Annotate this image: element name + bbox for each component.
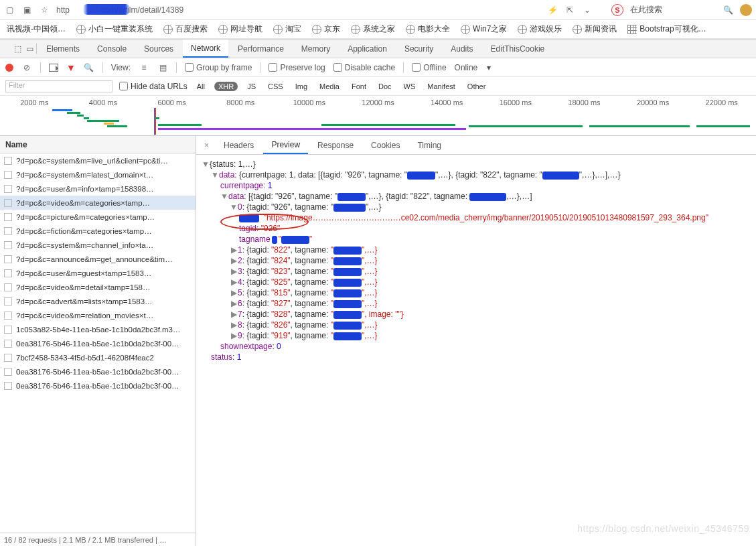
view-list-icon[interactable]: ≡ [139, 62, 149, 73]
json-row[interactable]: ▶1: {tagid: "822", tagname: "",…} [202, 245, 751, 255]
bookmark-item[interactable]: 京东 [308, 22, 344, 36]
triangle-icon[interactable]: ▼ [211, 169, 219, 180]
filter-doc[interactable]: Doc [376, 82, 394, 91]
inspect-icon[interactable]: ⬚ [12, 44, 23, 54]
bookmark-item[interactable]: 小白一键重装系统 [72, 22, 157, 36]
json-row[interactable]: ▶8: {tagid: "826", tagname: "",…} [202, 320, 751, 330]
filter-media[interactable]: Media [317, 82, 342, 91]
tab-timing[interactable]: Timing [409, 136, 449, 154]
request-row[interactable]: 7bcf2458-5343-4f5d-b5d1-46208f4feac2 [0, 350, 196, 364]
json-row[interactable]: ▶3: {tagid: "823", tagname: "",…} [202, 266, 751, 277]
bookmark-item[interactable]: 新闻资讯 [569, 22, 621, 36]
bookmark-item[interactable]: Bootstrap可视化… [623, 22, 710, 36]
chevron-down-icon[interactable]: ⌄ [582, 5, 593, 15]
request-row[interactable]: ?d=pc&c=user&m=info×tamp=158398… [0, 182, 196, 196]
filter-font[interactable]: Font [349, 82, 369, 91]
bookmark-item[interactable]: 系统之家 [347, 22, 399, 36]
triangle-icon[interactable]: ▼ [230, 202, 238, 212]
view-frame-icon[interactable]: ▤ [157, 62, 168, 73]
bookmark-item[interactable]: 网址导航 [214, 22, 267, 36]
filter-xhr[interactable]: XHR [214, 82, 238, 91]
search-placeholder[interactable]: 在此搜索 [630, 4, 662, 15]
tab-network[interactable]: Network [183, 40, 228, 58]
share-icon[interactable]: ⇱ [564, 5, 575, 15]
triangle-icon[interactable]: ▼ [202, 159, 210, 169]
json-row[interactable]: ▶2: {tagid: "824", tagname: "",…} [202, 255, 751, 266]
tab-memory[interactable]: Memory [293, 40, 338, 58]
json-row[interactable]: ▶4: {tagid: "825", tagname: "",…} [202, 277, 751, 287]
close-icon[interactable]: × [199, 141, 214, 150]
request-row[interactable]: ?d=pc&c=user&m=guest×tamp=1583… [0, 266, 196, 280]
filter-all[interactable]: All [194, 82, 208, 91]
request-row[interactable]: ?d=pc&c=video&m=categories×tamp… [0, 196, 196, 210]
device-icon[interactable]: ▭ [24, 44, 35, 54]
back-icon[interactable]: ▢ [4, 5, 15, 15]
triangle-icon[interactable]: ▶ [230, 309, 238, 320]
throttling-select[interactable]: Online ▾ [455, 63, 491, 72]
group-by-frame-checkbox[interactable]: Group by frame [185, 63, 252, 72]
filter-js[interactable]: JS [244, 82, 258, 91]
tab-editthiscookie[interactable]: EditThisCookie [483, 40, 553, 58]
filter-ws[interactable]: WS [401, 82, 419, 91]
address-bar[interactable]: http com/#/film/detail/14389 [56, 5, 183, 15]
bookmark-item[interactable]: 讯视频-中国领… [3, 22, 70, 36]
request-row[interactable]: 0ea38176-5b46-11ea-b5ae-1c1b0da2bc3f-00… [0, 364, 196, 379]
json-row[interactable]: ▶9: {tagid: "919", tagname: "",…} [202, 330, 751, 341]
request-row[interactable]: ?d=pc&c=announce&m=get_announce&tim… [0, 252, 196, 266]
filter-manifest[interactable]: Manifest [425, 82, 458, 91]
offline-checkbox[interactable]: Offline [412, 63, 446, 72]
tab-elements[interactable]: Elements [38, 40, 88, 58]
search-icon[interactable]: 🔍 [723, 5, 733, 15]
request-row[interactable]: ?d=pc&c=video&m=relation_movies×t… [0, 308, 196, 322]
triangle-icon[interactable]: ▶ [230, 277, 238, 287]
json-row[interactable]: ▶7: {tagid: "828", tagname: "", image: "… [202, 309, 751, 320]
tab-console[interactable]: Console [89, 40, 135, 58]
bolt-icon[interactable]: ⚡ [547, 5, 558, 15]
request-row[interactable]: ?d=pc&c=fiction&m=categories×tamp… [0, 224, 196, 238]
triangle-icon[interactable]: ▶ [230, 287, 238, 298]
triangle-icon[interactable]: ▶ [230, 255, 238, 266]
bookmark-item[interactable]: 电影大全 [402, 22, 454, 36]
hide-data-urls-checkbox[interactable]: Hide data URLs [119, 82, 187, 91]
tab-headers[interactable]: Headers [216, 136, 262, 154]
camera-icon[interactable] [49, 64, 58, 72]
request-row[interactable]: ?d=pc&c=advert&m=lists×tamp=1583… [0, 294, 196, 308]
name-column-header[interactable]: Name [0, 136, 196, 153]
triangle-icon[interactable]: ▶ [230, 330, 238, 341]
triangle-icon[interactable]: ▼ [220, 191, 228, 202]
tab-performance[interactable]: Performance [230, 40, 292, 58]
tab-application[interactable]: Application [339, 40, 395, 58]
json-row[interactable]: ▶5: {tagid: "815", tagname: "",…} [202, 287, 751, 298]
tab-security[interactable]: Security [396, 40, 441, 58]
filter-other[interactable]: Other [465, 82, 489, 91]
triangle-icon[interactable]: ▶ [230, 266, 238, 277]
request-row[interactable]: ?d=pc&c=system&m=live_url&client=pc&ti… [0, 153, 196, 167]
filter-input[interactable]: Filter [5, 80, 112, 92]
tab-preview[interactable]: Preview [263, 136, 308, 154]
triangle-icon[interactable]: ▶ [230, 298, 238, 309]
star-icon[interactable]: ☆ [39, 5, 50, 15]
bookmark-item[interactable]: Win7之家 [457, 22, 511, 36]
tab-cookies[interactable]: Cookies [363, 136, 408, 154]
tab-sources[interactable]: Sources [136, 40, 181, 58]
request-row[interactable]: ?d=pc&c=video&m=detail×tamp=158… [0, 280, 196, 294]
bookmark-item[interactable]: 淘宝 [269, 22, 305, 36]
triangle-icon[interactable]: ▶ [230, 320, 238, 330]
tab-response[interactable]: Response [309, 136, 362, 154]
request-row[interactable]: ?d=pc&c=picture&m=categories×tamp… [0, 210, 196, 224]
bookmark-item[interactable]: 百度搜索 [159, 22, 212, 36]
filter-icon[interactable]: ▼ [66, 62, 76, 73]
disable-cache-checkbox[interactable]: Disable cache [333, 63, 395, 72]
read-icon[interactable]: ▣ [21, 5, 32, 15]
preserve-log-checkbox[interactable]: Preserve log [269, 63, 325, 72]
timeline-overview[interactable]: 2000 ms4000 ms6000 ms8000 ms10000 ms1200… [0, 96, 756, 136]
request-row[interactable]: ?d=pc&c=system&m=channel_info×ta… [0, 238, 196, 252]
triangle-icon[interactable]: ▶ [230, 245, 238, 255]
filter-css[interactable]: CSS [265, 82, 286, 91]
record-icon[interactable] [5, 64, 13, 72]
filter-img[interactable]: Img [293, 82, 310, 91]
request-row[interactable]: 1c053a82-5b4e-11ea-b5ae-1c1b0da2bc3f.m3… [0, 322, 196, 336]
json-row[interactable]: ▶6: {tagid: "827", tagname: "",…} [202, 298, 751, 309]
request-row[interactable]: 0ea38176-5b46-11ea-b5ae-1c1b0da2bc3f-00… [0, 336, 196, 350]
clear-icon[interactable]: ⊘ [21, 62, 32, 73]
